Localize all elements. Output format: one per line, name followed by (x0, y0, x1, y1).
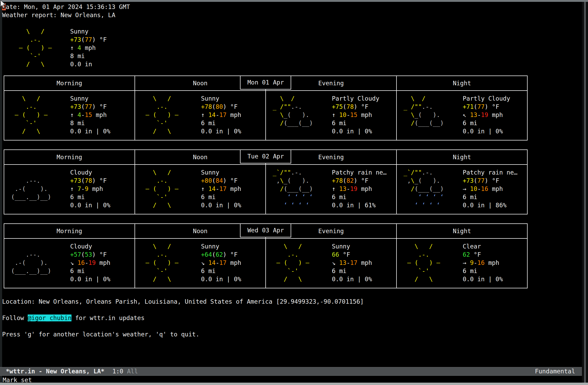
cell-info: Sunny +64(62) °F ↘ 14-17 mph 6 mi 0.0 in… (201, 242, 241, 283)
text-segment: .-. (400, 251, 429, 258)
text-segment: ↑ (70, 185, 78, 192)
text-segment: mph (357, 111, 372, 118)
text-segment: ) °F (223, 103, 237, 110)
text-segment: ) °F (223, 177, 237, 184)
text-segment: - (216, 185, 219, 192)
text-segment: / \ (138, 128, 171, 135)
text-segment: 6 mi (463, 120, 477, 126)
text-segment: ↑ (201, 111, 208, 118)
text-segment: 84 (216, 177, 223, 184)
text-segment: 16 (78, 259, 85, 266)
text-segment: - (346, 111, 350, 118)
forecast-cell: _`/"".-. ,\_( ). /(___(__) ‘ ‘ ‘ ‘ ‘ ‘ ‘… (397, 165, 527, 214)
text-segment: 9 (85, 185, 88, 192)
text-segment: ― ( ) ― (400, 259, 440, 266)
twitter-handle-link[interactable]: @igor_chubin (28, 314, 71, 321)
text-segment: \ / (269, 95, 295, 102)
follow-suffix: for wttr.in updates (71, 314, 145, 321)
column-header-morning: Morning (4, 76, 135, 90)
text-segment: 13 (470, 111, 477, 118)
text-segment: \ / (7, 95, 40, 102)
text-segment: _`/"" (269, 169, 291, 176)
text-segment: _( ). (284, 177, 309, 184)
text-segment: 77 (477, 103, 485, 110)
text-segment: - (216, 111, 219, 118)
text-segment: 10 (339, 111, 347, 118)
text-segment: , (400, 177, 411, 184)
text-segment: - (474, 259, 477, 266)
text-segment: `-' (7, 120, 37, 126)
forecast-cell: \ / _ /"".-. \_( ). /(___(__) Partly Clo… (266, 91, 397, 140)
text-segment: °F (339, 251, 350, 258)
sunny-icon: \ / .-. ― ( ) ― `-' / \ (138, 242, 201, 283)
text-segment: 0.0 in | 86% (463, 202, 506, 209)
cell-info: Partly Cloudy +71(77) °F ↖ 13-19 mph 6 m… (463, 95, 510, 135)
text-segment: .-. (138, 177, 168, 184)
mouse-pointer-icon (0, 0, 7, 9)
day-cells-row: \ / .-. ― ( ) ― `-' / \ Sunny +73(77) °F… (4, 91, 527, 140)
text-segment: ( (474, 177, 477, 184)
text-segment: 9 (470, 259, 474, 266)
emacs-modeline[interactable]: *wttr.in - New Orleans, LA* 1:0 All Fund… (0, 367, 582, 376)
text-segment: ( (212, 103, 216, 110)
text-segment: \ / (138, 95, 171, 102)
text-segment: .-( ). (7, 259, 47, 266)
text-segment: (___.__)__) (7, 267, 51, 274)
text-segment: 19 (350, 185, 357, 192)
scrollbar-track[interactable] (582, 2, 588, 383)
text-segment: .-. (269, 251, 298, 258)
text-segment: `-' (138, 120, 168, 126)
text-segment: .-. (12, 36, 41, 43)
forecast-cell: .--. .-( ). (___.__)__) Cloudy +57(53) °… (4, 239, 135, 288)
modeline-major-mode[interactable]: Fundamental (535, 367, 575, 375)
text-segment: Partly Cloudy (332, 95, 379, 102)
modeline-buffer-name[interactable]: *wttr.in - New Orleans, LA* (6, 367, 104, 375)
text-segment: +78 (332, 177, 343, 184)
patchy-icon: _`/"".-. ,\_( ). /(___(__) ‘ ‘ ‘ ‘ ‘ ‘ ‘… (269, 168, 332, 209)
cell-info: Clear 62 °F → 9-16 mph 6 mi 0.0 in | 0% (463, 242, 503, 283)
text-segment: 17 (219, 185, 227, 192)
text-segment: .-. (422, 169, 433, 176)
text-segment: 0.0 in | 0% (70, 276, 110, 283)
text-segment: ‘ ‘ ‘ ‘ (400, 202, 440, 209)
patchy-icon: _`/"".-. ,\_( ). /(___(__) ‘ ‘ ‘ ‘ ‘ ‘ ‘… (400, 168, 463, 209)
text-segment: 13 (339, 185, 347, 192)
text-segment: .-( ). (7, 185, 47, 192)
day-label: Mon 01 Apr (240, 76, 291, 90)
current-weather-info: Sunny +73(77) °F ↑ 4 mph 8 mi 0.0 in (70, 27, 107, 68)
cell-info: Sunny +73(77) °F ↑ 4-15 mph 8 mi 0.0 in … (70, 95, 110, 135)
cell-info: Partly Cloudy +75(78) °F ↑ 10-15 mph 6 m… (332, 95, 379, 135)
text-segment: - (81, 111, 85, 118)
text-segment: 6 mi (70, 267, 85, 274)
text-segment: 15 (350, 111, 357, 118)
scrollbar-thumb[interactable] (584, 2, 586, 383)
text-segment: 6 mi (332, 194, 346, 200)
text-segment: 77 (85, 36, 92, 43)
text-segment: ↘ (70, 259, 78, 266)
partly-icon: \ / _ /"".-. \_( ). /(___(__) (269, 95, 332, 135)
text-segment: 14 (208, 259, 216, 266)
text-segment: 78 (85, 177, 92, 184)
text-segment: \ / (400, 243, 433, 250)
text-segment: 77 (85, 103, 92, 110)
text-segment: ↑ (70, 44, 78, 51)
text-segment: ( (343, 103, 347, 110)
forecast-cell: \ / .-. ― ( ) ― `-' / \ Sunny 66 °F ↘ 13… (266, 239, 397, 288)
text-segment: - (346, 185, 350, 192)
text-segment: ― ( ) ― (138, 111, 178, 118)
text-segment: 17 (350, 259, 357, 266)
text-segment: 6 mi (463, 194, 477, 200)
text-segment: 7 (78, 185, 81, 192)
emacs-frame: Date: Mon, 01 Apr 2024 15:36:13 GMT Weat… (0, 0, 588, 385)
text-segment: ( (212, 251, 216, 258)
text-segment: +57 (70, 251, 81, 258)
text-segment: ( (81, 103, 85, 110)
sunny-icon: \ / .-. ― ( ) ― `-' / \ (400, 242, 463, 283)
text-segment: ‘ ‘ ‘ ‘ (269, 194, 313, 200)
text-segment: ) °F (354, 103, 368, 110)
text-segment: 14 (208, 185, 216, 192)
text-segment: \ (280, 177, 284, 184)
cell-info: Sunny +80(84) °F ↑ 14-17 mph 6 mi 0.0 in… (201, 168, 241, 209)
text-segment: \ (400, 111, 414, 118)
text-segment: ( (81, 36, 85, 43)
